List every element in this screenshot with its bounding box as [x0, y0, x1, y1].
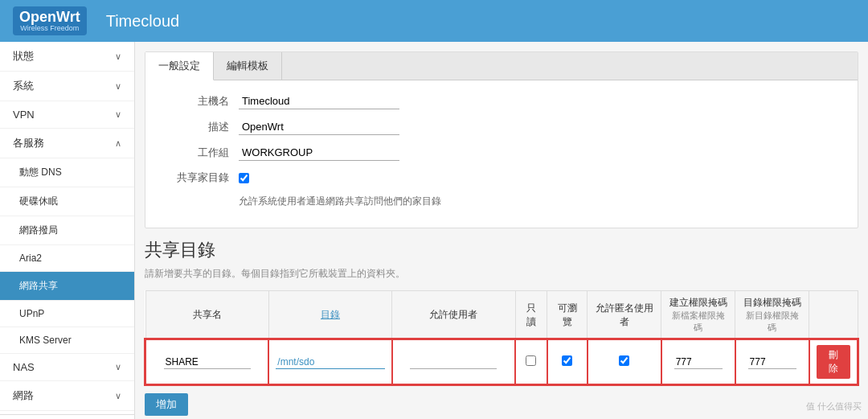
share-home-label: 共享家目錄 [165, 170, 229, 185]
sidebar-item-network-proxy[interactable]: 網路撥局 [0, 216, 134, 245]
description-row: 描述 [165, 119, 838, 135]
allow-anon-checkbox[interactable] [619, 355, 629, 366]
share-section: 共享目錄 請新增要共享的目錄。每個目錄指到它所載裝置上的資料夾。 共享名 目錄 … [145, 238, 858, 416]
browseable-checkbox[interactable] [562, 355, 572, 366]
watermark: 值 什么值得买 [806, 401, 862, 413]
col-allow-users: 允許使用者 [392, 291, 515, 340]
sidebar-item-services[interactable]: 各服務 ∧ [0, 129, 134, 158]
chevron-down-icon: ∨ [115, 81, 121, 92]
sidebar-item-label: 各服務 [13, 136, 44, 150]
cell-read-only [515, 339, 547, 384]
settings-form: 主機名 描述 工作組 共享家目錄 允許系統使用者通過網路共享訪問他們的家目錄 [145, 80, 858, 228]
sidebar-item-aria2[interactable]: Aria2 [0, 245, 134, 272]
logo-box: OpenWrt Wireless Freedom [13, 6, 87, 35]
col-read-only: 只讀 [515, 291, 547, 340]
cell-browseable [547, 339, 588, 384]
dir-mask-input[interactable] [748, 355, 796, 369]
table-header-row: 共享名 目錄 允許使用者 只讀 可瀏覽 允許匿名使用者 建立權限掩碼 新檔案權限… [145, 291, 858, 340]
tab-general[interactable]: 一般設定 [145, 52, 214, 80]
tabs: 一般設定 編輯模板 [145, 52, 858, 80]
sidebar-item-system[interactable]: 系統 ∨ [0, 72, 134, 101]
sidebar-item-label: NAS [13, 361, 35, 373]
share-directory-title: 共享目錄 [145, 238, 858, 262]
share-home-row: 共享家目錄 [165, 170, 838, 185]
sidebar-item-network-share[interactable]: 網路共享 [0, 272, 134, 301]
content-area: 一般設定 編輯模板 主機名 描述 工作組 共享家目錄 [135, 42, 868, 419]
share-directory-desc: 請新增要共享的目錄。每個目錄指到它所載裝置上的資料夾。 [145, 267, 858, 281]
sidebar: 狀態 ∨ 系統 ∨ VPN ∨ 各服務 ∧ 動態 DNS 硬碟休眠 網路撥局 A… [0, 42, 135, 419]
tab-edit-template[interactable]: 編輯模板 [214, 52, 282, 80]
sidebar-item-network[interactable]: 網路 ∨ [0, 381, 134, 411]
main-layout: 狀態 ∨ 系統 ∨ VPN ∨ 各服務 ∧ 動態 DNS 硬碟休眠 網路撥局 A… [0, 42, 868, 419]
col-directory[interactable]: 目錄 [268, 291, 391, 340]
col-actions [809, 291, 858, 340]
add-button[interactable]: 增加 [145, 393, 188, 416]
hostname-row: 主機名 [165, 93, 838, 109]
allow-users-input[interactable] [410, 355, 497, 369]
cell-delete: 刪除 [809, 339, 858, 384]
directory-input[interactable] [276, 355, 384, 369]
sidebar-item-label: 網路 [13, 388, 34, 403]
hostname-label: 主機名 [165, 94, 229, 109]
sidebar-item-label: UPnP [19, 308, 44, 319]
cell-allow-anon [588, 339, 661, 384]
settings-panel: 一般設定 編輯模板 主機名 描述 工作組 共享家目錄 [145, 51, 858, 228]
sidebar-item-upnp[interactable]: UPnP [0, 301, 134, 327]
hostname-input[interactable] [239, 93, 399, 109]
cell-directory [268, 339, 391, 384]
sidebar-item-status[interactable]: 狀態 ∨ [0, 42, 134, 72]
delete-button[interactable]: 刪除 [817, 345, 850, 379]
header: OpenWrt Wireless Freedom Timecloud [0, 0, 868, 42]
sidebar-item-label: 網路共享 [19, 279, 58, 293]
col-browseable: 可瀏覽 [547, 291, 588, 340]
workgroup-label: 工作組 [165, 146, 229, 160]
sidebar-item-label: KMS Server [19, 335, 72, 346]
cell-dir-mask [735, 339, 809, 384]
sidebar-item-dynamic-dns[interactable]: 動態 DNS [0, 158, 134, 187]
sidebar-item-label: VPN [13, 109, 35, 121]
col-dir-mask: 目錄權限掩碼 新目錄權限掩碼 [735, 291, 809, 340]
sidebar-item-kms[interactable]: KMS Server [0, 327, 134, 354]
share-name-input[interactable] [164, 355, 251, 369]
workgroup-row: 工作組 [165, 145, 838, 161]
col-share-name: 共享名 [145, 291, 268, 340]
chevron-down-icon: ∨ [115, 109, 121, 120]
logo-openwrt: OpenWrt [19, 10, 80, 24]
table-row: 刪除 [145, 339, 858, 384]
chevron-down-icon: ∨ [115, 51, 121, 62]
sidebar-item-vpn[interactable]: VPN ∨ [0, 101, 134, 129]
col-create-mask: 建立權限掩碼 新檔案權限掩碼 [661, 291, 735, 340]
sidebar-item-label: 動態 DNS [19, 166, 62, 179]
logo-sub: Wireless Freedom [19, 24, 80, 32]
cell-allow-users [392, 339, 515, 384]
sidebar-item-label: 系統 [13, 79, 34, 93]
col-allow-anon: 允許匿名使用者 [588, 291, 661, 340]
share-home-hint: 允許系統使用者通過網路共享訪問他們的家目錄 [239, 195, 838, 208]
cell-share-name [145, 339, 268, 384]
cell-create-mask [661, 339, 735, 384]
description-input[interactable] [239, 119, 399, 135]
sidebar-item-label: 狀態 [13, 49, 34, 64]
chevron-up-icon: ∧ [115, 138, 121, 149]
logo-area: OpenWrt Wireless Freedom [13, 6, 87, 35]
chevron-down-icon: ∨ [115, 362, 121, 372]
workgroup-input[interactable] [239, 145, 399, 161]
sidebar-item-label: 硬碟休眠 [19, 195, 58, 208]
logout-button[interactable]: ⇥ 登出 [0, 414, 134, 419]
sidebar-item-label: 網路撥局 [19, 224, 58, 237]
share-table: 共享名 目錄 允許使用者 只讀 可瀏覽 允許匿名使用者 建立權限掩碼 新檔案權限… [145, 290, 858, 385]
sidebar-item-disk[interactable]: 硬碟休眠 [0, 187, 134, 216]
sidebar-item-nas[interactable]: NAS ∨ [0, 354, 134, 381]
share-home-checkbox[interactable] [239, 173, 249, 183]
sidebar-item-label: Aria2 [19, 253, 42, 264]
read-only-checkbox[interactable] [526, 355, 536, 366]
description-label: 描述 [165, 120, 229, 134]
create-mask-input[interactable] [674, 355, 723, 369]
chevron-down-icon: ∨ [115, 391, 121, 401]
header-title: Timecloud [106, 12, 180, 31]
